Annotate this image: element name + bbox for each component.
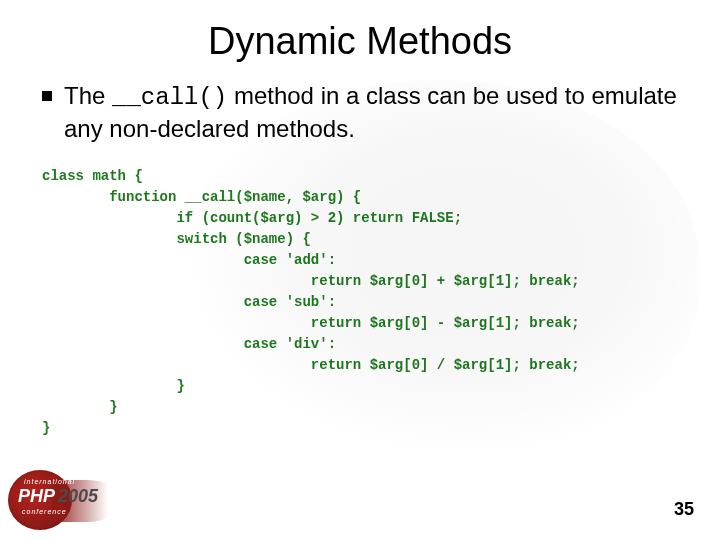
code-block: class math { function __call($name, $arg…	[42, 166, 682, 439]
bullet-code: __call()	[112, 84, 227, 111]
bullet-pre: The	[64, 82, 112, 109]
bullet-text: The __call() method in a class can be us…	[64, 81, 682, 144]
logo-line3: conference	[22, 508, 67, 515]
slide-body: The __call() method in a class can be us…	[0, 63, 720, 439]
bullet-square-icon	[42, 91, 52, 101]
bullet-item: The __call() method in a class can be us…	[42, 81, 682, 144]
logo-line1: international	[24, 478, 75, 485]
logo-line2: PHP	[18, 486, 55, 507]
slide: Dynamic Methods The __call() method in a…	[0, 0, 720, 540]
page-number: 35	[674, 499, 694, 520]
slide-title: Dynamic Methods	[0, 0, 720, 63]
conference-logo: international PHP 2005 conference	[8, 464, 148, 534]
logo-year: 2005	[58, 486, 98, 507]
